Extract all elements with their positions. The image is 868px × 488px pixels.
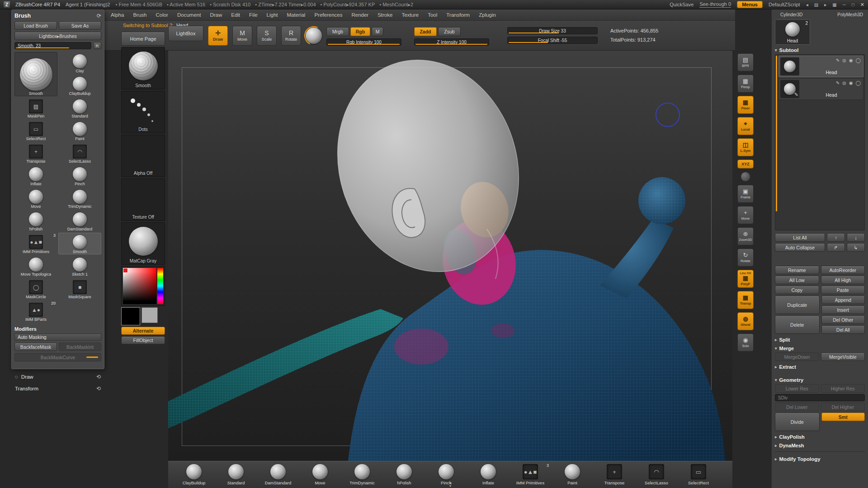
brush-item[interactable]: Smooth (14, 52, 57, 96)
tray-brush-item[interactable]: hPolish (384, 463, 425, 487)
draw-size-slider[interactable]: Draw Size 33 (507, 27, 598, 34)
tray-brush-item[interactable]: DamStandard (258, 463, 298, 487)
brush-item[interactable]: ▨ MaskPen (14, 97, 57, 119)
backmaskcurve-button[interactable]: BackMaskCurve (14, 353, 101, 361)
stroke-box[interactable]: Dots (121, 91, 165, 133)
menu-item[interactable]: Stroke (377, 12, 392, 18)
menu-item[interactable]: Texture (401, 12, 419, 18)
geometry-section-header[interactable]: ▾ Geometry (775, 377, 865, 383)
sculpt-model[interactable] (168, 51, 732, 461)
brush-item[interactable]: ClayBuildup (58, 75, 101, 96)
divide-button[interactable]: Divide (775, 413, 820, 431)
current-tool-button[interactable]: 2 Head (775, 19, 810, 45)
ghost-icon[interactable]: ◯ (856, 58, 861, 63)
ghost-icon[interactable]: ◯ (856, 80, 861, 85)
r-button[interactable]: R (93, 42, 101, 49)
autoreorder-button[interactable]: AutoReorder (821, 266, 865, 274)
brush-item[interactable]: 20 ▲● IMM BParts (14, 300, 57, 322)
brush-item[interactable]: Paint (58, 120, 101, 141)
brush-item[interactable]: ▭ SelectRect (14, 120, 57, 141)
menu-item[interactable]: Preferences (314, 12, 342, 18)
shelf-button[interactable]: XYZ (737, 160, 754, 169)
shelf-button[interactable]: ▦ Persp (737, 75, 754, 93)
zscript-label[interactable]: DefaultZScript (769, 2, 800, 7)
restore-config-icon[interactable]: ⟳ (97, 13, 101, 19)
auto-masking-header[interactable]: Auto Masking (14, 333, 101, 341)
shelf-button[interactable]: ▤ BPR (737, 53, 754, 71)
brush-preview-icon[interactable] (306, 28, 322, 44)
modify-topology-section-header[interactable]: ▸ Modify Topology (775, 456, 865, 462)
recent-tool-polymesh3d[interactable]: PolyMesh3D (837, 12, 863, 17)
del-all-button[interactable]: Del All (821, 325, 865, 334)
dynamesh-section-header[interactable]: ▸ DynaMesh (775, 443, 865, 448)
rgb-intensity-slider[interactable]: Rgb Intensity 100 (326, 38, 401, 46)
menu-item[interactable]: Material (287, 12, 306, 18)
alternate-button[interactable]: Alternate (121, 327, 165, 335)
shelf-button[interactable]: ◫ L.Sym (737, 138, 754, 156)
tray-brush-item[interactable]: Pinch (426, 463, 467, 487)
split-section-header[interactable]: ▸ Split (775, 337, 865, 343)
scroll-down-icon[interactable]: ▾ (449, 484, 451, 488)
saturation-square[interactable] (123, 268, 156, 304)
menu-item[interactable]: Color (156, 12, 168, 18)
higher-res-button[interactable]: Higher Res (821, 384, 865, 393)
menu-item[interactable]: Brush (133, 12, 146, 18)
insert-button[interactable]: Insert (821, 305, 865, 314)
tray-brush-item[interactable]: TrimDynamic (342, 463, 382, 487)
brush-item[interactable]: Standard (58, 97, 101, 119)
fillobject-button[interactable]: FillObject (121, 336, 165, 344)
list-all-button[interactable]: List All (775, 233, 825, 242)
brush-item[interactable]: DamStandard (58, 210, 101, 232)
hue-strip[interactable] (157, 268, 163, 304)
tray-brush-item[interactable]: Paint (552, 463, 593, 487)
smt-button[interactable]: Smt (821, 413, 865, 421)
close-icon[interactable]: ✕ (860, 2, 864, 8)
home-page-button[interactable]: Home Page (121, 32, 165, 46)
current-brush-box[interactable]: Smooth (121, 47, 165, 89)
brush-item[interactable]: 3 ●▲■ IMM Primitives (14, 233, 57, 254)
transform-palette-row[interactable]: Transform ⟲ (11, 384, 104, 394)
shelf-button[interactable]: ↻ Rotate (737, 249, 754, 267)
subtool-up-button[interactable]: ↑ (827, 233, 845, 242)
quicksave-button[interactable]: QuickSave (670, 2, 693, 7)
shelf-button[interactable]: ▩ Transp (737, 291, 754, 309)
zadd-button[interactable]: Zadd (414, 27, 437, 36)
polypaint-icon[interactable]: ◎ (842, 80, 846, 85)
sdiv-slider[interactable]: SDiv (775, 394, 865, 401)
copy-button[interactable]: Copy (775, 286, 819, 294)
brush-item[interactable]: ◠ SelectLasso (58, 142, 101, 164)
subtool-down-button[interactable]: ↓ (847, 233, 865, 242)
gizmo-mode-button[interactable]: ✛ Draw (208, 26, 228, 46)
tray-brush-item[interactable]: ClayBuildup (174, 463, 214, 487)
shelf-button[interactable]: ⌖ Local (737, 117, 754, 135)
move-out-icon-button[interactable]: ↱ (827, 243, 845, 252)
brush-item[interactable]: hPolish (14, 210, 57, 232)
prev-arrow-icon[interactable]: ◂ (806, 2, 808, 7)
draw-palette-row[interactable]: ◌ Draw ⟲ (11, 372, 104, 382)
menu-item[interactable]: Document (177, 12, 201, 18)
m-button[interactable]: M (372, 27, 383, 36)
del-lower-button[interactable]: Del Lower (775, 403, 819, 411)
auto-collapse-button[interactable]: Auto Collapse (775, 243, 825, 252)
shelf-button[interactable]: ◉ (741, 172, 750, 182)
smooth-strength-slider[interactable]: Smooth. 23 (14, 42, 91, 49)
lightbox-button[interactable]: LightBox (168, 26, 203, 41)
rename-button[interactable]: Rename (775, 266, 819, 274)
duplicate-button[interactable]: Duplicate (775, 296, 820, 314)
zsub-button[interactable]: Zsub (438, 27, 461, 36)
alpha-box[interactable]: Alpha Off (121, 135, 165, 177)
menu-item[interactable]: Tool (428, 12, 437, 18)
material-box[interactable]: MatCap Gray (121, 222, 165, 265)
brush-item[interactable]: ■ MaskSquare (58, 278, 101, 300)
gizmo-mode-button[interactable]: S Scale (257, 26, 277, 46)
backmaskint-button[interactable]: BackMaskInt (59, 343, 101, 351)
shelf-button[interactable]: ▦ Floor (737, 96, 754, 114)
mrgb-button[interactable]: Mrgb (326, 27, 349, 36)
transform-restore-icon[interactable]: ⟲ (96, 385, 101, 392)
lower-res-button[interactable]: Lower Res (775, 384, 819, 393)
menu-item[interactable]: Light (267, 12, 278, 18)
tray-brush-item[interactable]: Move (300, 463, 340, 487)
claypolish-section-header[interactable]: ▸ ClayPolish (775, 434, 865, 440)
menu-item[interactable]: Zplugin (479, 12, 496, 18)
paste-button[interactable]: Paste (821, 286, 865, 294)
